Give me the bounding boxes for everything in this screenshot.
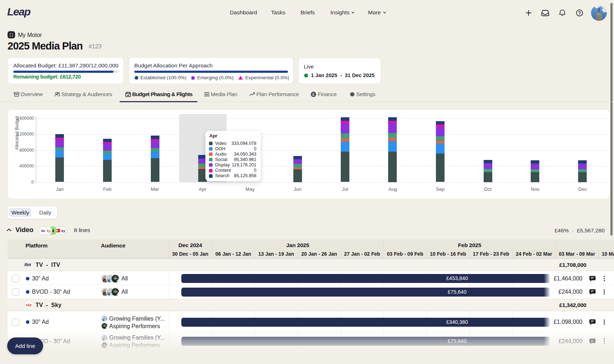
svg-text:£: £ bbox=[312, 93, 315, 96]
svg-text:sky: sky bbox=[26, 303, 32, 307]
svg-text:itv: itv bbox=[41, 229, 45, 233]
